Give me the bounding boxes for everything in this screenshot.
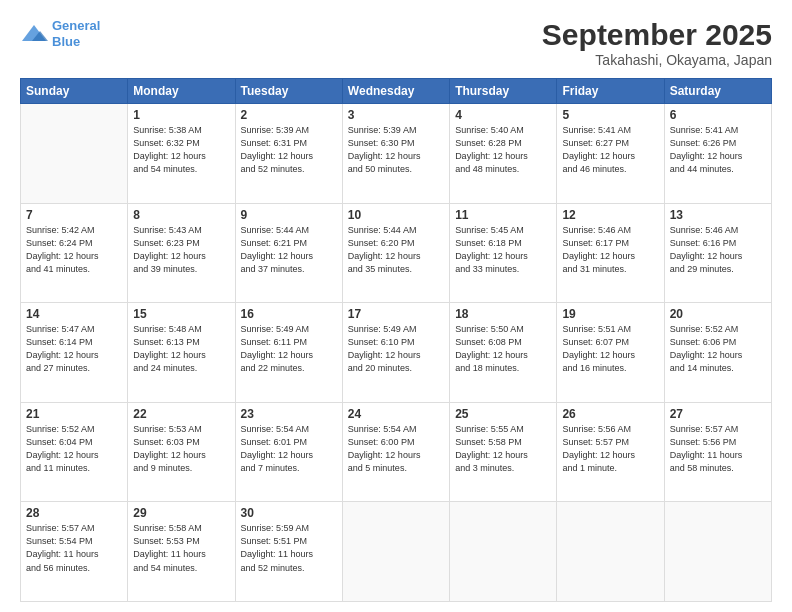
calendar-cell-w4d6 [664, 502, 771, 602]
day-info: Sunrise: 5:53 AM Sunset: 6:03 PM Dayligh… [133, 423, 229, 475]
day-info: Sunrise: 5:55 AM Sunset: 5:58 PM Dayligh… [455, 423, 551, 475]
calendar-cell-w3d2: 23Sunrise: 5:54 AM Sunset: 6:01 PM Dayli… [235, 402, 342, 502]
calendar-cell-w2d5: 19Sunrise: 5:51 AM Sunset: 6:07 PM Dayli… [557, 303, 664, 403]
day-number: 15 [133, 307, 229, 321]
header: General Blue September 2025 Takahashi, O… [20, 18, 772, 68]
day-number: 23 [241, 407, 337, 421]
day-number: 19 [562, 307, 658, 321]
day-number: 24 [348, 407, 444, 421]
col-friday: Friday [557, 79, 664, 104]
day-number: 21 [26, 407, 122, 421]
day-number: 11 [455, 208, 551, 222]
day-info: Sunrise: 5:44 AM Sunset: 6:20 PM Dayligh… [348, 224, 444, 276]
logo-text: General Blue [52, 18, 100, 49]
calendar-week-row-2: 14Sunrise: 5:47 AM Sunset: 6:14 PM Dayli… [21, 303, 772, 403]
calendar-cell-w1d6: 13Sunrise: 5:46 AM Sunset: 6:16 PM Dayli… [664, 203, 771, 303]
col-tuesday: Tuesday [235, 79, 342, 104]
calendar-cell-w4d4 [450, 502, 557, 602]
day-info: Sunrise: 5:46 AM Sunset: 6:16 PM Dayligh… [670, 224, 766, 276]
day-info: Sunrise: 5:45 AM Sunset: 6:18 PM Dayligh… [455, 224, 551, 276]
day-number: 22 [133, 407, 229, 421]
logo-line2: Blue [52, 34, 80, 49]
calendar-week-row-4: 28Sunrise: 5:57 AM Sunset: 5:54 PM Dayli… [21, 502, 772, 602]
day-info: Sunrise: 5:52 AM Sunset: 6:04 PM Dayligh… [26, 423, 122, 475]
day-info: Sunrise: 5:54 AM Sunset: 6:00 PM Dayligh… [348, 423, 444, 475]
day-info: Sunrise: 5:54 AM Sunset: 6:01 PM Dayligh… [241, 423, 337, 475]
calendar-week-row-3: 21Sunrise: 5:52 AM Sunset: 6:04 PM Dayli… [21, 402, 772, 502]
col-saturday: Saturday [664, 79, 771, 104]
day-number: 13 [670, 208, 766, 222]
calendar-cell-w4d0: 28Sunrise: 5:57 AM Sunset: 5:54 PM Dayli… [21, 502, 128, 602]
day-number: 2 [241, 108, 337, 122]
day-number: 18 [455, 307, 551, 321]
calendar-header-row: Sunday Monday Tuesday Wednesday Thursday… [21, 79, 772, 104]
day-number: 27 [670, 407, 766, 421]
calendar-cell-w2d1: 15Sunrise: 5:48 AM Sunset: 6:13 PM Dayli… [128, 303, 235, 403]
day-number: 10 [348, 208, 444, 222]
day-number: 6 [670, 108, 766, 122]
calendar-cell-w0d4: 4Sunrise: 5:40 AM Sunset: 6:28 PM Daylig… [450, 104, 557, 204]
day-info: Sunrise: 5:49 AM Sunset: 6:10 PM Dayligh… [348, 323, 444, 375]
calendar-cell-w3d0: 21Sunrise: 5:52 AM Sunset: 6:04 PM Dayli… [21, 402, 128, 502]
day-number: 25 [455, 407, 551, 421]
calendar-cell-w3d5: 26Sunrise: 5:56 AM Sunset: 5:57 PM Dayli… [557, 402, 664, 502]
calendar-cell-w4d5 [557, 502, 664, 602]
calendar-cell-w2d3: 17Sunrise: 5:49 AM Sunset: 6:10 PM Dayli… [342, 303, 449, 403]
day-info: Sunrise: 5:39 AM Sunset: 6:30 PM Dayligh… [348, 124, 444, 176]
calendar-cell-w0d2: 2Sunrise: 5:39 AM Sunset: 6:31 PM Daylig… [235, 104, 342, 204]
day-info: Sunrise: 5:40 AM Sunset: 6:28 PM Dayligh… [455, 124, 551, 176]
calendar-cell-w3d6: 27Sunrise: 5:57 AM Sunset: 5:56 PM Dayli… [664, 402, 771, 502]
calendar-cell-w4d3 [342, 502, 449, 602]
day-number: 29 [133, 506, 229, 520]
day-info: Sunrise: 5:38 AM Sunset: 6:32 PM Dayligh… [133, 124, 229, 176]
day-info: Sunrise: 5:49 AM Sunset: 6:11 PM Dayligh… [241, 323, 337, 375]
day-info: Sunrise: 5:43 AM Sunset: 6:23 PM Dayligh… [133, 224, 229, 276]
day-number: 26 [562, 407, 658, 421]
col-wednesday: Wednesday [342, 79, 449, 104]
day-number: 1 [133, 108, 229, 122]
day-number: 14 [26, 307, 122, 321]
calendar-cell-w3d1: 22Sunrise: 5:53 AM Sunset: 6:03 PM Dayli… [128, 402, 235, 502]
calendar-cell-w2d2: 16Sunrise: 5:49 AM Sunset: 6:11 PM Dayli… [235, 303, 342, 403]
calendar-cell-w0d6: 6Sunrise: 5:41 AM Sunset: 6:26 PM Daylig… [664, 104, 771, 204]
day-number: 12 [562, 208, 658, 222]
calendar-cell-w0d1: 1Sunrise: 5:38 AM Sunset: 6:32 PM Daylig… [128, 104, 235, 204]
calendar-week-row-1: 7Sunrise: 5:42 AM Sunset: 6:24 PM Daylig… [21, 203, 772, 303]
day-number: 16 [241, 307, 337, 321]
day-number: 3 [348, 108, 444, 122]
day-info: Sunrise: 5:59 AM Sunset: 5:51 PM Dayligh… [241, 522, 337, 574]
calendar-cell-w1d5: 12Sunrise: 5:46 AM Sunset: 6:17 PM Dayli… [557, 203, 664, 303]
calendar-cell-w2d4: 18Sunrise: 5:50 AM Sunset: 6:08 PM Dayli… [450, 303, 557, 403]
logo: General Blue [20, 18, 100, 49]
calendar-cell-w1d0: 7Sunrise: 5:42 AM Sunset: 6:24 PM Daylig… [21, 203, 128, 303]
day-number: 28 [26, 506, 122, 520]
title-block: September 2025 Takahashi, Okayama, Japan [542, 18, 772, 68]
calendar-table: Sunday Monday Tuesday Wednesday Thursday… [20, 78, 772, 602]
col-thursday: Thursday [450, 79, 557, 104]
day-info: Sunrise: 5:57 AM Sunset: 5:56 PM Dayligh… [670, 423, 766, 475]
day-info: Sunrise: 5:47 AM Sunset: 6:14 PM Dayligh… [26, 323, 122, 375]
day-info: Sunrise: 5:58 AM Sunset: 5:53 PM Dayligh… [133, 522, 229, 574]
day-info: Sunrise: 5:52 AM Sunset: 6:06 PM Dayligh… [670, 323, 766, 375]
calendar-week-row-0: 1Sunrise: 5:38 AM Sunset: 6:32 PM Daylig… [21, 104, 772, 204]
calendar-cell-w3d3: 24Sunrise: 5:54 AM Sunset: 6:00 PM Dayli… [342, 402, 449, 502]
day-info: Sunrise: 5:51 AM Sunset: 6:07 PM Dayligh… [562, 323, 658, 375]
day-info: Sunrise: 5:48 AM Sunset: 6:13 PM Dayligh… [133, 323, 229, 375]
calendar-cell-w4d2: 30Sunrise: 5:59 AM Sunset: 5:51 PM Dayli… [235, 502, 342, 602]
sub-title: Takahashi, Okayama, Japan [542, 52, 772, 68]
day-info: Sunrise: 5:42 AM Sunset: 6:24 PM Dayligh… [26, 224, 122, 276]
calendar-cell-w0d3: 3Sunrise: 5:39 AM Sunset: 6:30 PM Daylig… [342, 104, 449, 204]
day-info: Sunrise: 5:46 AM Sunset: 6:17 PM Dayligh… [562, 224, 658, 276]
calendar-cell-w0d0 [21, 104, 128, 204]
day-number: 20 [670, 307, 766, 321]
page: General Blue September 2025 Takahashi, O… [0, 0, 792, 612]
col-monday: Monday [128, 79, 235, 104]
day-number: 7 [26, 208, 122, 222]
day-info: Sunrise: 5:44 AM Sunset: 6:21 PM Dayligh… [241, 224, 337, 276]
main-title: September 2025 [542, 18, 772, 52]
calendar-cell-w2d6: 20Sunrise: 5:52 AM Sunset: 6:06 PM Dayli… [664, 303, 771, 403]
day-number: 4 [455, 108, 551, 122]
day-number: 30 [241, 506, 337, 520]
calendar-cell-w1d3: 10Sunrise: 5:44 AM Sunset: 6:20 PM Dayli… [342, 203, 449, 303]
day-info: Sunrise: 5:56 AM Sunset: 5:57 PM Dayligh… [562, 423, 658, 475]
